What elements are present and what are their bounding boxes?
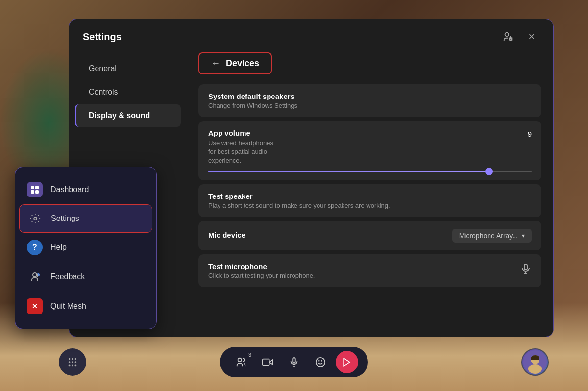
modal-title: Settings	[83, 31, 122, 43]
volume-slider-container	[208, 171, 532, 172]
mic-dropdown[interactable]: Microphone Array... ▾	[452, 229, 532, 243]
settings-content: ← Devices System default speakers Change…	[187, 52, 553, 337]
test-speaker-row: Test speaker Play a short test sound to …	[198, 184, 541, 217]
participants-button[interactable]: 3	[230, 351, 252, 373]
svg-point-16	[69, 361, 71, 363]
content-header: ← Devices	[198, 52, 541, 74]
svg-marker-30	[344, 359, 350, 366]
participant-count: 3	[248, 352, 251, 358]
settings-icon	[27, 211, 43, 226]
chevron-down-icon: ▾	[522, 232, 525, 239]
nav-item-display-sound[interactable]: Display & sound	[75, 104, 181, 127]
svg-point-14	[72, 358, 74, 360]
svg-rect-6	[35, 186, 39, 189]
taskbar: 3	[0, 347, 588, 377]
svg-point-33	[528, 364, 542, 374]
modal-header-actions: ×	[500, 29, 539, 45]
nav-item-general[interactable]: General	[75, 57, 181, 80]
apps-button[interactable]	[59, 348, 86, 376]
svg-rect-23	[263, 359, 270, 366]
popup-item-settings[interactable]: Settings	[19, 204, 152, 233]
user-avatar[interactable]	[521, 348, 549, 376]
help-icon: ?	[27, 240, 43, 255]
svg-point-10	[33, 273, 37, 277]
volume-row: App volume Use wired headphones for best…	[198, 121, 541, 180]
speakers-title: System default speakers	[208, 92, 297, 100]
volume-slider-fill	[208, 171, 493, 172]
speakers-info: System default speakers Change from Wind…	[208, 92, 297, 109]
popup-menu: Dashboard Settings ? Help ! Feedback ✕	[15, 167, 157, 329]
nav-item-controls[interactable]: Controls	[75, 81, 181, 103]
mic-device-info: Mic device	[208, 231, 245, 241]
back-arrow-icon: ←	[211, 58, 220, 69]
svg-point-20	[72, 365, 74, 367]
quit-label: Quit Mesh	[50, 302, 86, 311]
svg-point-27	[316, 358, 325, 367]
feedback-label: Feedback	[50, 272, 85, 281]
svg-point-13	[69, 358, 71, 360]
camera-button[interactable]	[256, 351, 279, 373]
svg-point-18	[75, 361, 77, 363]
devices-title: Devices	[226, 58, 259, 69]
svg-rect-5	[31, 186, 34, 189]
svg-rect-7	[31, 190, 34, 194]
popup-item-quit[interactable]: ✕ Quit Mesh	[15, 292, 156, 321]
popup-item-dashboard[interactable]: Dashboard	[15, 175, 156, 204]
mic-dropdown-value: Microphone Array...	[459, 232, 518, 240]
test-mic-subtitle: Click to start testing your microphone.	[208, 272, 315, 279]
test-speaker-info: Test speaker Play a short test sound to …	[208, 192, 390, 209]
svg-point-0	[505, 33, 509, 36]
taskbar-center: 3	[220, 347, 368, 377]
profile-button[interactable]	[500, 29, 516, 45]
mic-test-icon[interactable]	[520, 263, 532, 278]
modal-header: Settings ×	[69, 19, 553, 52]
dashboard-icon	[27, 182, 43, 197]
volume-value: 9	[528, 130, 532, 138]
svg-point-17	[72, 361, 74, 363]
svg-point-19	[69, 365, 71, 367]
close-button[interactable]: ×	[524, 29, 539, 45]
test-mic-title: Test microphone	[208, 262, 315, 270]
devices-back-button[interactable]: ← Devices	[198, 52, 272, 74]
help-label: Help	[50, 243, 67, 252]
test-mic-info: Test microphone Click to start testing y…	[208, 262, 315, 279]
svg-rect-2	[524, 264, 527, 270]
volume-subtitle: Use wired headphones for best spatial au…	[208, 139, 273, 166]
speakers-row: System default speakers Change from Wind…	[198, 84, 541, 117]
volume-title: App volume	[208, 129, 273, 137]
svg-rect-8	[35, 190, 39, 194]
test-speaker-subtitle: Play a short test sound to make sure you…	[208, 202, 390, 209]
dashboard-label: Dashboard	[50, 185, 89, 194]
share-button[interactable]	[336, 351, 358, 373]
volume-info: App volume Use wired headphones for best…	[208, 129, 273, 166]
quit-icon: ✕	[27, 298, 43, 314]
speakers-subtitle: Change from Windows Settings	[208, 102, 297, 109]
volume-slider-thumb[interactable]	[485, 168, 493, 175]
emoji-button[interactable]	[309, 351, 332, 373]
feedback-icon: !	[27, 269, 43, 285]
svg-point-22	[238, 358, 242, 362]
test-speaker-title: Test speaker	[208, 192, 390, 200]
volume-top: App volume Use wired headphones for best…	[208, 129, 532, 166]
test-mic-row[interactable]: Test microphone Click to start testing y…	[198, 254, 541, 287]
mic-device-title: Mic device	[208, 231, 245, 239]
svg-point-21	[75, 365, 77, 367]
svg-rect-24	[293, 358, 295, 363]
popup-item-help[interactable]: ? Help	[15, 233, 156, 262]
svg-point-15	[75, 358, 77, 360]
popup-item-feedback[interactable]: ! Feedback	[15, 262, 156, 292]
mic-button[interactable]	[283, 351, 305, 373]
settings-label: Settings	[51, 214, 79, 223]
svg-point-9	[34, 217, 37, 220]
volume-slider-track[interactable]	[208, 171, 532, 172]
mic-device-row: Mic device Microphone Array... ▾	[198, 221, 541, 250]
